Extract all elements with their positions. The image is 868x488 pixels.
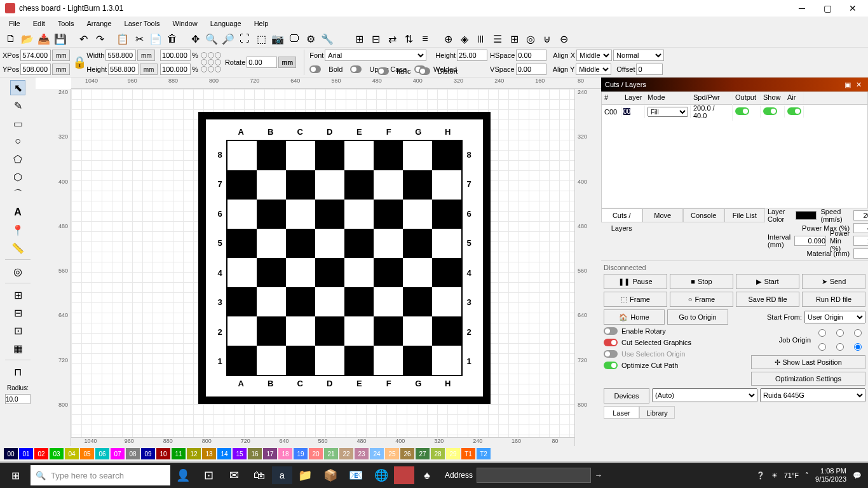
send-button[interactable]: ➤ Send <box>802 274 865 289</box>
speed-input[interactable] <box>853 210 868 220</box>
use-sel-toggle[interactable] <box>604 350 618 358</box>
menu-arrange[interactable]: Arrange <box>81 18 116 29</box>
cut-sel-toggle[interactable] <box>604 339 618 346</box>
palette-29[interactable]: 29 <box>446 448 460 459</box>
palette-10[interactable]: 10 <box>156 448 170 459</box>
palette-20[interactable]: 20 <box>309 448 323 459</box>
fit-icon[interactable]: ⛶ <box>238 32 252 46</box>
offset-icon[interactable]: ◎ <box>524 32 538 46</box>
delete-icon[interactable]: 🗑 <box>165 32 179 46</box>
open-icon[interactable]: 📂 <box>20 32 34 46</box>
import-icon[interactable]: 📥 <box>37 32 51 46</box>
normal-select[interactable]: Normal <box>613 50 664 61</box>
aligny-select[interactable]: Middle <box>576 64 611 75</box>
copy-icon[interactable]: 📋 <box>116 32 130 46</box>
rotate-unit[interactable]: mm <box>278 57 296 68</box>
new-icon[interactable]: 🗋 <box>4 32 18 46</box>
hinge-tool-icon[interactable]: ⊓ <box>10 364 25 379</box>
palette-15[interactable]: 15 <box>233 448 247 459</box>
position-tool-icon[interactable]: 📍 <box>10 222 25 238</box>
job-origin-grid[interactable] <box>815 327 865 353</box>
settings-icon[interactable]: ⚙ <box>304 32 318 46</box>
minimize-button[interactable]: ─ <box>796 3 808 13</box>
pct2-input[interactable] <box>160 64 191 75</box>
palette-07[interactable]: 07 <box>111 448 125 459</box>
start-button[interactable]: ▶ Start <box>736 274 799 289</box>
stop-button[interactable]: ■ Stop <box>670 274 733 289</box>
devices-button[interactable]: Devices <box>604 388 649 403</box>
menu-laser-tools[interactable]: Laser Tools <box>119 18 165 29</box>
upper-toggle[interactable] <box>350 65 362 73</box>
palette-27[interactable]: 27 <box>416 448 430 459</box>
dist-h-icon[interactable]: ⫼ <box>474 32 488 46</box>
app3-icon[interactable]: ♠ <box>414 463 440 488</box>
tab-console[interactable]: Console <box>683 208 724 222</box>
layer-color-swatch[interactable] <box>796 211 817 220</box>
alignx-select[interactable]: Middle <box>576 50 612 61</box>
xpos-input[interactable] <box>20 50 51 61</box>
mail-icon[interactable]: ✉ <box>221 463 247 488</box>
offset-input[interactable] <box>636 64 663 75</box>
tab-library[interactable]: Library <box>639 406 675 419</box>
mirror-h-icon[interactable]: ⇄ <box>385 32 399 46</box>
width-input[interactable] <box>105 50 136 61</box>
redo-icon[interactable]: ↷ <box>93 32 107 46</box>
zoom-in-icon[interactable]: 🔍 <box>205 32 219 46</box>
pct1-input[interactable] <box>160 50 191 61</box>
start-button[interactable]: ⊞ <box>0 463 31 488</box>
rect-tool-icon[interactable]: ▭ <box>10 116 25 131</box>
undo-icon[interactable]: ↶ <box>76 32 90 46</box>
show-last-button[interactable]: ✢ Show Last Position <box>751 355 865 369</box>
path-tool-icon[interactable]: ⬡ <box>10 169 25 184</box>
mirror-v-icon[interactable]: ⇅ <box>402 32 416 46</box>
interval-input[interactable] <box>794 236 826 246</box>
height-input[interactable] <box>108 64 139 75</box>
palette-06[interactable]: 06 <box>95 448 109 459</box>
menu-window[interactable]: Window <box>168 18 203 29</box>
address-input[interactable] <box>477 468 591 483</box>
palette-16[interactable]: 16 <box>248 448 262 459</box>
palette-19[interactable]: 19 <box>294 448 308 459</box>
device-settings-icon[interactable]: 🔧 <box>320 32 334 46</box>
frame2-button[interactable]: ○ Frame <box>670 292 733 307</box>
task-view-icon[interactable]: ⊡ <box>196 463 221 488</box>
tray-chevron-icon[interactable]: ˄ <box>805 471 809 480</box>
circle-tool-icon[interactable]: ○ <box>10 133 25 149</box>
rotary-toggle[interactable] <box>604 327 618 335</box>
font-select[interactable]: Arial <box>325 50 426 61</box>
run-rd-button[interactable]: Run RD file <box>802 292 865 307</box>
menu-tools[interactable]: Tools <box>53 18 79 29</box>
pencil-tool-icon[interactable]: ✎ <box>10 98 25 113</box>
offset-tool-icon[interactable]: ◎ <box>10 264 25 279</box>
palette-22[interactable]: 22 <box>339 448 353 459</box>
rotate-input[interactable] <box>247 57 277 68</box>
palette-04[interactable]: 04 <box>65 448 79 459</box>
tab-cuts-layers[interactable]: Cuts / Layers <box>601 208 642 222</box>
palette-03[interactable]: 03 <box>50 448 64 459</box>
palette-08[interactable]: 08 <box>126 448 140 459</box>
menu-language[interactable]: Language <box>205 18 247 29</box>
menu-help[interactable]: Help <box>249 18 274 29</box>
camera-icon[interactable]: 📷 <box>271 32 285 46</box>
palette-28[interactable]: 28 <box>431 448 445 459</box>
start-from-select[interactable]: User Origin <box>804 311 865 323</box>
arrange-icon[interactable]: ⊞ <box>507 32 521 46</box>
tab-move[interactable]: Move <box>642 208 684 222</box>
palette-09[interactable]: 09 <box>141 448 155 459</box>
menu-file[interactable]: File <box>4 18 25 29</box>
palette-01[interactable]: 01 <box>19 448 33 459</box>
group-icon[interactable]: ⊞ <box>352 32 366 46</box>
app1-icon[interactable]: 📦 <box>318 463 343 488</box>
notifications-icon[interactable]: 💬 <box>853 471 862 480</box>
distort-toggle[interactable] <box>419 67 430 75</box>
italic-toggle[interactable] <box>377 67 389 75</box>
tab-laser[interactable]: Laser <box>604 406 639 419</box>
boolean-icon[interactable]: ⊖ <box>557 32 571 46</box>
mode-select[interactable]: Fill <box>648 107 688 117</box>
save-icon[interactable]: 💾 <box>53 32 67 46</box>
maximize-button[interactable]: ▢ <box>821 3 834 13</box>
array-tool-icon[interactable]: ⊡ <box>10 323 25 338</box>
cortana-icon[interactable]: 👤 <box>170 463 196 488</box>
weld-icon[interactable]: ⊎ <box>540 32 554 46</box>
curve-tool-icon[interactable]: ⌒ <box>10 187 25 202</box>
